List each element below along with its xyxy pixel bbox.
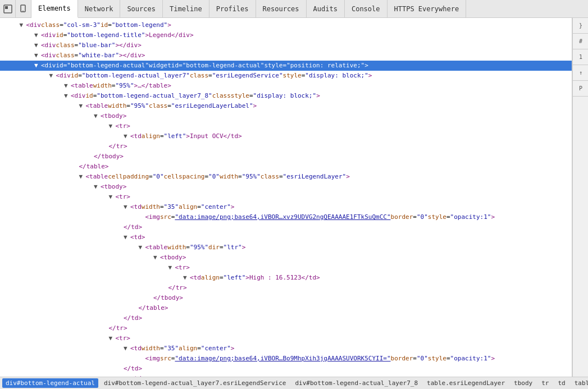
toggle-arrow[interactable]: ▼ xyxy=(183,273,190,282)
dom-line[interactable]: ▼ <tbody> xyxy=(0,182,572,192)
toggle-arrow[interactable]: ▼ xyxy=(94,182,101,191)
dom-line[interactable]: ▼ <table width="95%" dir="ltr"> xyxy=(0,242,572,253)
dom-line[interactable]: ▼ <td> xyxy=(0,232,572,242)
toggle-arrow[interactable]: ▼ xyxy=(168,263,175,272)
tab-network[interactable]: Network xyxy=(78,0,121,18)
tab-resources[interactable]: Resources xyxy=(256,0,307,18)
dom-line[interactable]: ▼ <tr> xyxy=(0,263,572,273)
status-breadcrumb-item[interactable]: table.esriLegendLayer xyxy=(423,378,508,388)
status-breadcrumb-item[interactable]: tbody xyxy=(510,378,536,388)
tab-sources[interactable]: Sources xyxy=(120,0,163,18)
toggle-arrow[interactable]: ▼ xyxy=(34,31,41,40)
tab-profiles[interactable]: Profiles xyxy=(209,0,256,18)
tab-bar: Elements Network Sources Timeline Profil… xyxy=(0,0,588,18)
toggle-arrow[interactable]: ▼ xyxy=(108,193,115,202)
dom-line[interactable]: ▼ <div id="bottom-legend-actual" widgeti… xyxy=(0,61,572,71)
styles-icon[interactable]: } xyxy=(573,18,588,34)
dom-line[interactable]: ▼ <table width="95%" class="esriLegendLa… xyxy=(0,101,572,111)
dom-line[interactable]: ▼ <td width="35" align="center"> xyxy=(0,202,572,212)
dom-breakpoints-icon[interactable]: ↑ xyxy=(573,65,588,81)
toggle-arrow[interactable]: ▼ xyxy=(49,71,56,80)
toggle-arrow[interactable]: ▼ xyxy=(34,41,41,50)
toggle-arrow[interactable]: ▼ xyxy=(79,172,85,181)
toggle-arrow[interactable]: ▼ xyxy=(153,253,160,262)
toggle-arrow[interactable]: ▼ xyxy=(124,233,130,242)
status-breadcrumb-item[interactable]: div#bottom-legend-actual_layer7.esriLege… xyxy=(101,378,290,388)
dom-content: ▼ <div class="col-sm-3" id="bottom-legen… xyxy=(0,18,572,377)
dom-line[interactable]: </tbody> xyxy=(0,152,572,162)
dom-line[interactable]: ▼ <td width="35" align="center"> xyxy=(0,344,572,354)
status-bar: div#bottom-legend-actual div#bottom-lege… xyxy=(0,377,588,389)
status-breadcrumb-item[interactable]: div#bottom-legend-actual_layer7_8 xyxy=(291,378,421,388)
toggle-arrow[interactable]: ▼ xyxy=(94,112,101,121)
dom-line[interactable]: </table> xyxy=(0,303,572,313)
device-icon[interactable] xyxy=(16,0,31,18)
toggle-arrow[interactable]: ▼ xyxy=(108,122,115,131)
toggle-arrow[interactable]: ▼ xyxy=(79,102,85,111)
toggle-arrow[interactable]: ▼ xyxy=(34,51,41,60)
right-sidebar: } # 1 ↑ P xyxy=(572,18,588,377)
status-breadcrumb-item[interactable]: div#bottom-legend-actual xyxy=(2,378,98,388)
toggle-arrow[interactable]: ▼ xyxy=(124,344,130,353)
dom-line[interactable]: <img src="data:image/png;base64,iVBOR…Bo… xyxy=(0,354,572,364)
dom-line[interactable]: ▼ <div id="bottom-legend-actual_layer7" … xyxy=(0,71,572,81)
dom-line[interactable]: </td> xyxy=(0,313,572,323)
dom-line[interactable]: ▼ <td align="left">Input OCV</td> xyxy=(0,131,572,141)
toggle-arrow[interactable]: ▼ xyxy=(124,132,130,141)
tab-elements[interactable]: Elements xyxy=(31,0,78,18)
dom-line[interactable]: </td> xyxy=(0,364,572,374)
dom-line[interactable]: ▼ <div class="blue-bar"></div> xyxy=(0,40,572,51)
devtools-icon[interactable] xyxy=(0,0,16,18)
dom-line[interactable]: ▼ <table width="95%">…</table> xyxy=(0,81,572,91)
dom-line[interactable]: ▼ <tr> xyxy=(0,333,572,344)
dom-line[interactable]: </tr> xyxy=(0,141,572,152)
tab-audits[interactable]: Audits xyxy=(307,0,345,18)
dom-line[interactable]: ▼ <td align="left">High : 16.5123</td> xyxy=(0,273,572,283)
toggle-arrow[interactable]: ▼ xyxy=(64,91,71,100)
dom-line[interactable]: ▼ <div id="bottom-legend-actual_layer7_8… xyxy=(0,91,572,101)
dom-line[interactable]: ▼ <div class="col-sm-3" id="bottom-legen… xyxy=(0,20,572,30)
dom-line[interactable]: ▼ <tr> xyxy=(0,121,572,131)
status-breadcrumb-item[interactable]: table xyxy=(571,378,588,388)
tab-https-everywhere[interactable]: HTTPS Everywhere xyxy=(388,0,467,18)
dom-line[interactable]: ▼ <tbody> xyxy=(0,111,572,121)
dom-line[interactable]: <img src="data:image/png;base64,iVBOR…xv… xyxy=(0,212,572,222)
toggle-arrow[interactable]: ▼ xyxy=(124,203,130,212)
status-breadcrumb-item[interactable]: td xyxy=(554,378,568,388)
toggle-arrow[interactable]: ▼ xyxy=(108,334,115,343)
main-content: ▼ <div class="col-sm-3" id="bottom-legen… xyxy=(0,18,588,377)
dom-line[interactable]: </tr> xyxy=(0,283,572,293)
toggle-arrow[interactable]: ▼ xyxy=(64,81,71,90)
dom-line[interactable]: </td> xyxy=(0,222,572,232)
event-listeners-icon[interactable]: 1 xyxy=(573,49,588,65)
tab-timeline[interactable]: Timeline xyxy=(163,0,209,18)
properties-icon[interactable]: P xyxy=(573,81,588,97)
status-breadcrumb-item[interactable]: tr xyxy=(538,378,552,388)
computed-icon[interactable]: # xyxy=(573,34,588,49)
dom-line[interactable]: </tbody> xyxy=(0,293,572,303)
dom-line[interactable]: ▼ <table cellpadding="0" cellspacing="0"… xyxy=(0,172,572,182)
dom-line[interactable]: </table> xyxy=(0,162,572,172)
dom-line[interactable]: ▼ <div id="bottom-legend-title">Legend</… xyxy=(0,30,572,40)
toggle-arrow[interactable]: ▼ xyxy=(20,21,26,30)
toggle-arrow[interactable]: ▼ xyxy=(34,61,41,70)
tab-console[interactable]: Console xyxy=(345,0,388,18)
svg-point-3 xyxy=(22,10,24,11)
dom-line[interactable]: </tr> xyxy=(0,323,572,333)
toggle-arrow[interactable]: ▼ xyxy=(138,243,145,252)
dom-line[interactable]: ▼ <div class="white-bar"></div> xyxy=(0,51,572,61)
dom-panel[interactable]: ▼ <div class="col-sm-3" id="bottom-legen… xyxy=(0,18,572,377)
dom-line[interactable]: ▼ <tr> xyxy=(0,192,572,202)
svg-rect-1 xyxy=(5,6,8,9)
dom-line[interactable]: ▼ <tbody> xyxy=(0,253,572,263)
